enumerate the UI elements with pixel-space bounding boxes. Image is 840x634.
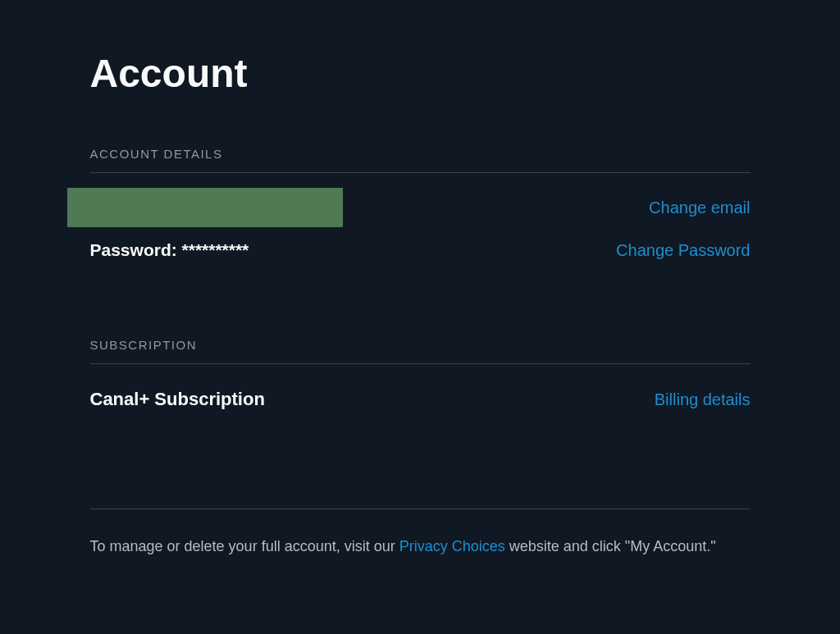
password-row: Password: ********** Change Password xyxy=(90,240,751,260)
account-details-section: ACCOUNT DETAILS Change email Password: *… xyxy=(90,147,751,260)
account-details-header: ACCOUNT DETAILS xyxy=(90,147,751,173)
privacy-choices-link[interactable]: Privacy Choices xyxy=(399,538,505,554)
change-password-link[interactable]: Change Password xyxy=(616,241,750,260)
password-label: Password: ********** xyxy=(90,240,249,260)
billing-details-link[interactable]: Billing details xyxy=(655,390,751,409)
footer-section: To manage or delete your full account, v… xyxy=(90,509,751,559)
email-redacted-block xyxy=(67,188,343,227)
subscription-row: Canal+ Subscription Billing details xyxy=(90,389,751,410)
subscription-name: Canal+ Subscription xyxy=(90,389,265,410)
footer-text: To manage or delete your full account, v… xyxy=(90,534,751,559)
footer-text-after: website and click "My Account." xyxy=(505,538,716,554)
account-container: Account ACCOUNT DETAILS Change email Pas… xyxy=(90,0,751,634)
change-email-link[interactable]: Change email xyxy=(649,198,750,217)
page-title: Account xyxy=(90,51,751,96)
footer-text-before: To manage or delete your full account, v… xyxy=(90,538,399,554)
email-row: Change email xyxy=(67,188,751,227)
subscription-header: SUBSCRIPTION xyxy=(90,338,751,364)
subscription-section: SUBSCRIPTION Canal+ Subscription Billing… xyxy=(90,338,751,410)
